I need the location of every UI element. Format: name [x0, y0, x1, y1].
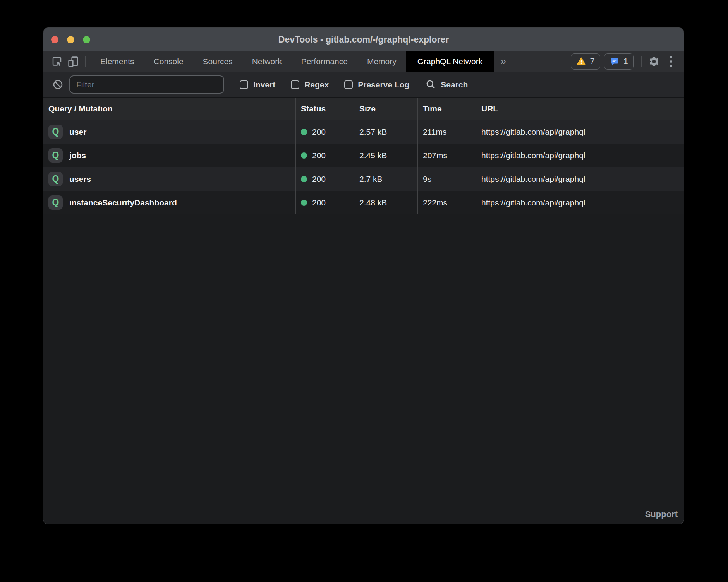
time-cell: 207ms — [417, 144, 476, 167]
search-control[interactable]: Search — [426, 79, 468, 90]
tab-graphql-network[interactable]: GraphQL Network — [406, 51, 494, 72]
warning-triangle-icon — [576, 56, 586, 67]
status-ok-dot-icon — [301, 200, 307, 206]
query-type-badge: Q — [48, 195, 63, 210]
regex-checkbox[interactable] — [291, 80, 299, 89]
invert-checkbox-group[interactable]: Invert — [240, 80, 275, 89]
kebab-menu-icon[interactable] — [666, 54, 676, 69]
url-cell: https://gitlab.com/api/graphql — [476, 120, 684, 144]
regex-checkbox-group[interactable]: Regex — [291, 80, 329, 89]
table-row[interactable]: Q instanceSecurityDashboard 200 2.48 kB … — [43, 191, 684, 214]
size-cell: 2.7 kB — [354, 167, 417, 191]
tab-elements[interactable]: Elements — [91, 51, 144, 72]
query-type-badge: Q — [48, 125, 63, 139]
query-cell: Q instanceSecurityDashboard — [43, 191, 295, 214]
query-name: instanceSecurityDashboard — [69, 198, 177, 207]
status-cell: 200 — [295, 191, 354, 214]
url-cell: https://gitlab.com/api/graphql — [476, 191, 684, 214]
query-type-badge: Q — [48, 148, 63, 163]
inspect-element-icon[interactable] — [50, 55, 64, 68]
query-type-badge: Q — [48, 172, 63, 186]
column-header-url[interactable]: URL — [476, 98, 684, 120]
search-label: Search — [441, 80, 468, 89]
url-cell: https://gitlab.com/api/graphql — [476, 144, 684, 167]
title-bar: DevTools - gitlab.com/-/graphql-explorer — [43, 28, 684, 51]
tab-console[interactable]: Console — [144, 51, 193, 72]
time-cell: 222ms — [417, 191, 476, 214]
window-title: DevTools - gitlab.com/-/graphql-explorer — [43, 28, 684, 51]
devtools-window: DevTools - gitlab.com/-/graphql-explorer… — [43, 28, 684, 524]
table-row[interactable]: Q users 200 2.7 kB 9s https://gitlab.com… — [43, 167, 684, 191]
status-code: 200 — [312, 151, 326, 160]
status-ok-dot-icon — [301, 152, 307, 159]
tab-performance[interactable]: Performance — [292, 51, 357, 72]
query-cell: Q user — [43, 120, 295, 144]
issues-badge[interactable]: 1 — [604, 53, 634, 70]
block-clear-icon[interactable] — [53, 79, 63, 90]
tab-memory[interactable]: Memory — [357, 51, 406, 72]
column-header-status[interactable]: Status — [295, 98, 354, 120]
toolbar-separator — [641, 56, 642, 67]
status-ok-dot-icon — [301, 129, 307, 135]
toolbar-separator — [85, 56, 86, 67]
settings-gear-icon[interactable] — [647, 55, 661, 68]
warnings-count: 7 — [590, 56, 595, 67]
column-header-size[interactable]: Size — [354, 98, 417, 120]
time-cell: 211ms — [417, 120, 476, 144]
url-cell: https://gitlab.com/api/graphql — [476, 167, 684, 191]
tab-network[interactable]: Network — [242, 51, 292, 72]
size-cell: 2.45 kB — [354, 144, 417, 167]
preserve-log-label[interactable]: Preserve Log — [358, 80, 409, 89]
status-ok-dot-icon — [301, 176, 307, 182]
query-name: jobs — [69, 151, 86, 160]
time-cell: 9s — [417, 167, 476, 191]
warnings-badge[interactable]: 7 — [571, 53, 600, 70]
query-cell: Q users — [43, 167, 295, 191]
search-icon — [426, 79, 436, 90]
regex-label[interactable]: Regex — [304, 80, 329, 89]
status-cell: 200 — [295, 167, 354, 191]
size-cell: 2.48 kB — [354, 191, 417, 214]
table-row[interactable]: Q user 200 2.57 kB 211ms https://gitlab.… — [43, 120, 684, 144]
preserve-log-checkbox-group[interactable]: Preserve Log — [344, 80, 409, 89]
invert-label[interactable]: Invert — [253, 80, 275, 89]
status-cell: 200 — [295, 120, 354, 144]
status-code: 200 — [312, 127, 326, 137]
query-name: user — [69, 127, 86, 137]
tab-sources[interactable]: Sources — [193, 51, 242, 72]
invert-checkbox[interactable] — [240, 80, 248, 89]
column-header-time[interactable]: Time — [417, 98, 476, 120]
status-cell: 200 — [295, 144, 354, 167]
size-cell: 2.57 kB — [354, 120, 417, 144]
devtools-tab-bar: Elements Console Sources Network Perform… — [43, 51, 684, 72]
filter-input[interactable] — [69, 75, 224, 94]
support-link[interactable]: Support — [645, 509, 678, 519]
column-header-query-mutation[interactable]: Query / Mutation — [43, 98, 295, 120]
panel-empty-area: Support — [43, 214, 684, 524]
more-tabs-chevron-icon[interactable]: » — [494, 55, 513, 67]
issues-count: 1 — [623, 56, 628, 67]
status-code: 200 — [312, 198, 326, 207]
table-row[interactable]: Q jobs 200 2.45 kB 207ms https://gitlab.… — [43, 144, 684, 167]
query-name: users — [69, 175, 91, 184]
query-cell: Q jobs — [43, 144, 295, 167]
message-bubble-icon — [610, 56, 620, 67]
status-code: 200 — [312, 175, 326, 184]
filter-bar: Invert Regex Preserve Log Search — [43, 72, 684, 98]
preserve-log-checkbox[interactable] — [344, 80, 353, 89]
device-toolbar-icon[interactable] — [67, 55, 80, 68]
table-header: Query / Mutation Status Size Time URL — [43, 98, 684, 120]
